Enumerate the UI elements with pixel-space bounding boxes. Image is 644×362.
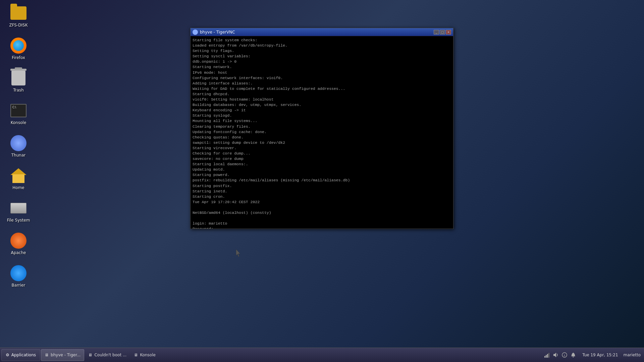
firefox-icon <box>10 38 26 54</box>
zfs-disk-label: ZFS-DISK <box>9 23 28 27</box>
home-label: Home <box>12 185 24 190</box>
vnc-app-icon <box>193 29 198 35</box>
apache-icon <box>10 233 26 249</box>
desktop-icon-area: ZFS-DISK Firefox Trash Konsole Thunar <box>3 3 34 289</box>
desktop-icon-thunar[interactable]: Thunar <box>3 133 34 159</box>
konsole-icon <box>10 103 26 119</box>
vnc-close-button[interactable]: ✕ <box>446 30 451 35</box>
taskbar-item-konsole-icon: 🖥 <box>134 353 138 357</box>
mouse-cursor <box>235 248 248 265</box>
notification-tray-icon[interactable] <box>570 352 576 358</box>
desktop-icon-apache[interactable]: Apache <box>3 231 34 257</box>
vnc-window[interactable]: bhyve - TigerVNC _ □ ✕ Starting file sys… <box>190 28 453 229</box>
filesystem-label: File System <box>7 218 30 223</box>
clock-line1: Tue 19 Apr, 15:21 <box>582 352 618 358</box>
system-tray: ↓ <box>541 352 579 358</box>
start-icon: ⚙ <box>6 353 9 357</box>
apache-label: Apache <box>11 250 26 255</box>
desktop-icon-trash[interactable]: Trash <box>3 68 34 94</box>
desktop-icon-barrier[interactable]: Barrier <box>3 263 34 289</box>
home-icon <box>10 168 26 184</box>
barrier-icon <box>10 265 26 281</box>
vnc-titlebar: bhyve - TigerVNC _ □ ✕ <box>191 28 453 36</box>
vnc-maximize-button[interactable]: □ <box>440 30 445 35</box>
volume-tray-icon[interactable] <box>553 352 559 358</box>
vnc-window-controls: _ □ ✕ <box>434 30 451 35</box>
filesystem-icon <box>10 200 26 216</box>
svg-text:↓: ↓ <box>563 354 566 357</box>
desktop-icon-firefox[interactable]: Firefox <box>3 36 34 62</box>
trash-icon <box>10 70 26 86</box>
vnc-minimize-button[interactable]: _ <box>434 30 439 35</box>
trash-label: Trash <box>13 88 24 93</box>
svg-rect-1 <box>546 355 547 358</box>
network-tray-icon[interactable] <box>544 352 550 358</box>
taskbar: ⚙ Applications 🖥 bhyve - Tiger... 🖥 Coul… <box>0 348 644 362</box>
desktop: ZFS-DISK Firefox Trash Konsole Thunar <box>0 0 644 362</box>
svg-rect-0 <box>544 356 545 358</box>
desktop-icon-filesystem[interactable]: File System <box>3 198 34 224</box>
update-tray-icon[interactable]: ↓ <box>561 352 568 358</box>
desktop-icon-konsole[interactable]: Konsole <box>3 101 34 127</box>
thunar-label: Thunar <box>11 153 25 158</box>
konsole-label: Konsole <box>11 120 26 125</box>
barrier-label: Barrier <box>12 283 25 288</box>
svg-rect-7 <box>573 357 574 357</box>
vnc-window-title: bhyve - TigerVNC <box>200 30 432 35</box>
start-label: Applications <box>11 353 36 357</box>
taskbar-item-konsole[interactable]: 🖥 Konsole <box>130 349 159 361</box>
firefox-label: Firefox <box>12 55 25 60</box>
zfs-disk-icon <box>10 5 26 21</box>
taskbar-item-bhyve-label: bhyve - Tiger... <box>51 353 80 357</box>
vnc-terminal-content[interactable]: Starting file system checks: Loaded entr… <box>191 36 453 229</box>
taskbar-item-bhyve[interactable]: 🖥 bhyve - Tiger... <box>41 349 84 361</box>
thunar-icon <box>10 135 26 151</box>
taskbar-item-couldnt-boot[interactable]: 🖥 Couldn't boot ... <box>85 349 130 361</box>
taskbar-item-bhyve-icon: 🖥 <box>45 353 49 357</box>
svg-rect-2 <box>547 354 548 358</box>
desktop-icon-zfs-disk[interactable]: ZFS-DISK <box>3 3 34 29</box>
taskbar-item-couldnt-boot-icon: 🖥 <box>88 353 92 357</box>
taskbar-item-konsole-label: Konsole <box>140 353 156 357</box>
svg-marker-4 <box>553 353 556 357</box>
taskbar-clock: Tue 19 Apr, 15:21 <box>580 352 621 358</box>
svg-rect-3 <box>548 353 549 358</box>
taskbar-item-couldnt-boot-label: Couldn't boot ... <box>94 353 126 357</box>
applications-menu-button[interactable]: ⚙ Applications <box>1 349 40 361</box>
taskbar-user: marietto <box>622 353 643 357</box>
desktop-icon-home[interactable]: Home <box>3 166 34 192</box>
